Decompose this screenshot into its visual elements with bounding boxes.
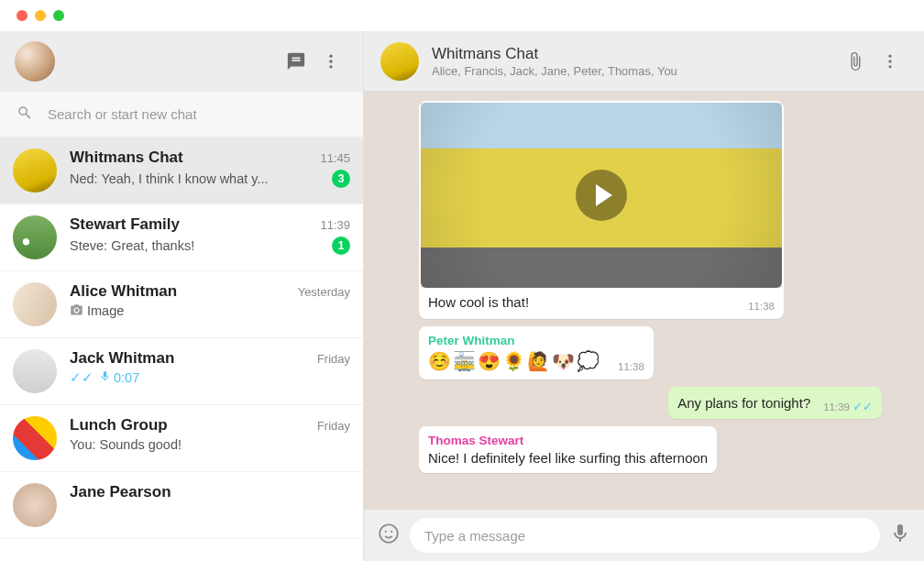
emoji-icon[interactable] bbox=[377, 522, 401, 549]
sidebar: Whitmans Chat 11:45 Ned: Yeah, I think I… bbox=[0, 31, 364, 561]
svg-point-2 bbox=[329, 65, 332, 68]
chat-list-item[interactable]: Jack Whitman Friday ✓✓ 0:07 bbox=[0, 338, 363, 405]
chat-list-item[interactable]: Jane Pearson bbox=[0, 472, 363, 539]
new-chat-icon[interactable] bbox=[279, 44, 314, 79]
chat-avatar bbox=[13, 148, 57, 192]
svg-point-6 bbox=[380, 524, 398, 543]
conversation-header: Whitmans Chat Alice, Francis, Jack, Jane… bbox=[364, 31, 924, 92]
composer bbox=[364, 510, 924, 561]
conversation-participants: Alice, Francis, Jack, Jane, Peter, Thoma… bbox=[432, 64, 838, 78]
search-input[interactable] bbox=[48, 106, 346, 122]
chat-time: Yesterday bbox=[298, 285, 350, 299]
chat-name: Jane Pearson bbox=[70, 483, 171, 501]
message-sender: Thomas Stewart bbox=[428, 434, 708, 447]
message-text: Any plans for tonight? bbox=[677, 394, 810, 412]
read-ticks-icon: ✓✓ bbox=[852, 400, 873, 413]
microphone-icon bbox=[99, 370, 111, 382]
svg-point-4 bbox=[888, 60, 891, 62]
menu-icon[interactable] bbox=[314, 44, 348, 79]
chat-name: Whitmans Chat bbox=[70, 148, 183, 167]
conversation-pane: Whitmans Chat Alice, Francis, Jack, Jane… bbox=[364, 31, 924, 561]
chat-preview: ✓✓ 0:07 bbox=[70, 370, 139, 385]
message-bubble-sent[interactable]: Any plans for tonight? 11:39✓✓ bbox=[668, 387, 882, 418]
chat-avatar bbox=[13, 349, 57, 393]
message-sender: Peter Whitman bbox=[428, 334, 601, 347]
svg-point-7 bbox=[385, 531, 387, 533]
chat-avatar bbox=[13, 483, 57, 527]
search-icon bbox=[16, 104, 33, 125]
minimize-window-button[interactable] bbox=[35, 10, 46, 21]
svg-point-8 bbox=[390, 531, 392, 533]
chat-avatar bbox=[13, 282, 57, 326]
message-text: Nice! I definitely feel like surfing thi… bbox=[428, 449, 708, 468]
message-bubble[interactable]: Thomas Stewart Nice! I definitely feel l… bbox=[419, 426, 717, 473]
attach-icon[interactable] bbox=[838, 44, 873, 79]
chat-avatar bbox=[13, 416, 57, 460]
chat-preview: Ned: Yeah, I think I know what y... bbox=[70, 171, 269, 186]
message-bubble[interactable]: Peter Whitman ☺️🚋😍🌻🙋🐶💭 11:38 bbox=[419, 326, 654, 380]
chat-name: Stewart Family bbox=[70, 215, 180, 234]
search-row bbox=[0, 92, 363, 138]
chat-time: Friday bbox=[317, 352, 350, 366]
chat-name: Alice Whitman bbox=[70, 282, 177, 301]
message-bubble[interactable]: How cool is that! 11:38 bbox=[419, 101, 784, 319]
message-time: 11:38 bbox=[748, 301, 775, 312]
conversation-avatar[interactable] bbox=[380, 42, 419, 81]
chat-time: Friday bbox=[317, 419, 350, 433]
message-text: How cool is that! bbox=[428, 293, 529, 312]
chat-preview: Steve: Great, thanks! bbox=[70, 238, 194, 253]
chat-preview: You: Sounds good! bbox=[70, 437, 182, 452]
chat-time: 11:45 bbox=[320, 151, 350, 165]
chat-list-item[interactable]: Alice Whitman Yesterday Image bbox=[0, 271, 363, 338]
unread-badge: 3 bbox=[332, 170, 350, 188]
message-text: ☺️🚋😍🌻🙋🐶💭 bbox=[428, 349, 601, 374]
svg-point-3 bbox=[888, 54, 891, 57]
sidebar-header bbox=[0, 31, 363, 92]
unread-badge: 1 bbox=[332, 236, 350, 255]
message-input-container bbox=[410, 518, 880, 553]
conversation-title: Whitmans Chat bbox=[432, 45, 838, 63]
chat-name: Lunch Group bbox=[70, 416, 168, 434]
chat-list-item[interactable]: Whitmans Chat 11:45 Ned: Yeah, I think I… bbox=[0, 138, 363, 204]
video-thumbnail[interactable] bbox=[421, 103, 782, 288]
read-ticks-icon: ✓✓ bbox=[70, 370, 94, 385]
chat-list[interactable]: Whitmans Chat 11:45 Ned: Yeah, I think I… bbox=[0, 138, 363, 561]
messages-area[interactable]: How cool is that! 11:38 Peter Whitman ☺️… bbox=[364, 92, 924, 510]
close-window-button[interactable] bbox=[16, 10, 28, 21]
message-time: 11:38 bbox=[618, 361, 644, 372]
conversation-menu-icon[interactable] bbox=[873, 44, 908, 79]
message-input[interactable] bbox=[424, 528, 865, 544]
maximize-window-button[interactable] bbox=[53, 10, 64, 21]
svg-point-1 bbox=[329, 60, 332, 62]
play-icon[interactable] bbox=[576, 170, 627, 221]
svg-point-5 bbox=[888, 65, 891, 68]
chat-time: 11:39 bbox=[320, 218, 350, 232]
svg-point-0 bbox=[329, 55, 332, 58]
chat-name: Jack Whitman bbox=[70, 349, 174, 368]
chat-list-item[interactable]: Stewart Family 11:39 Steve: Great, thank… bbox=[0, 204, 363, 271]
profile-avatar[interactable] bbox=[15, 41, 55, 82]
chat-avatar bbox=[13, 215, 57, 259]
microphone-icon[interactable] bbox=[889, 522, 911, 548]
message-time: 11:39✓✓ bbox=[823, 400, 873, 413]
chat-list-item[interactable]: Lunch Group Friday You: Sounds good! bbox=[0, 405, 363, 472]
camera-icon bbox=[70, 303, 83, 317]
chat-preview: Image bbox=[70, 303, 124, 318]
window-titlebar bbox=[0, 0, 924, 31]
